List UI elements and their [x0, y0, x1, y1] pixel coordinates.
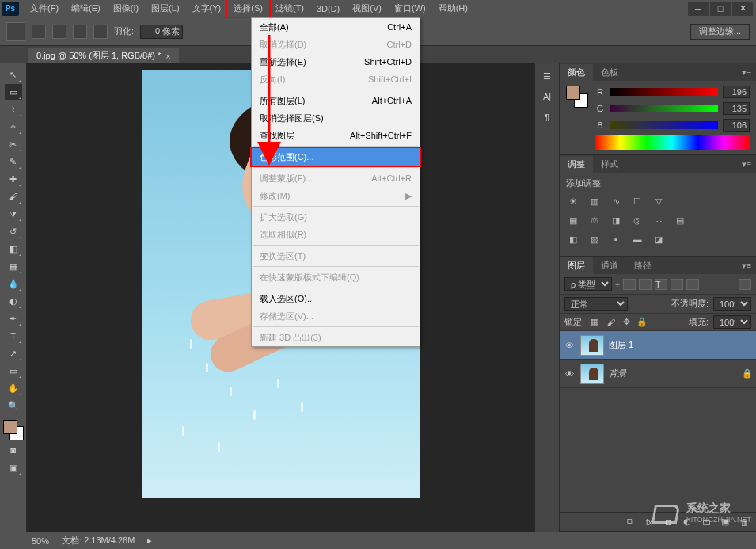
- menu-file[interactable]: 文件(F): [24, 0, 65, 17]
- eyedropper-tool[interactable]: ✎: [5, 154, 22, 170]
- posterize-icon[interactable]: ▨: [587, 232, 602, 246]
- menu-help[interactable]: 帮助(H): [432, 0, 474, 17]
- refine-edge-button[interactable]: 调整边缘...: [690, 24, 750, 40]
- close-tab-icon[interactable]: ×: [165, 51, 170, 61]
- heal-tool[interactable]: ✚: [5, 171, 22, 187]
- panel-menu-icon[interactable]: ▾≡: [737, 159, 756, 170]
- invert-icon[interactable]: ◧: [566, 232, 580, 246]
- panel-menu-icon[interactable]: ▾≡: [737, 67, 756, 78]
- link-icon[interactable]: ⧉: [625, 517, 636, 528]
- lock-pos-icon[interactable]: ✥: [621, 317, 632, 328]
- b-input[interactable]: [723, 119, 750, 132]
- tab-channels[interactable]: 通道: [593, 257, 626, 274]
- close-button[interactable]: ✕: [732, 2, 753, 16]
- move-tool[interactable]: ↖: [5, 67, 22, 82]
- doc-info[interactable]: 文档: 2.13M/4.26M: [62, 535, 135, 547]
- history-brush-tool[interactable]: ↺: [5, 223, 22, 239]
- g-slider[interactable]: [610, 105, 718, 112]
- menu-type[interactable]: 文字(Y): [186, 0, 228, 17]
- marquee-int-icon[interactable]: [93, 25, 108, 39]
- lookup-icon[interactable]: ▤: [673, 213, 687, 227]
- colorbal-icon[interactable]: ⚖: [587, 213, 602, 227]
- vibrance-icon[interactable]: ▽: [652, 194, 666, 208]
- feather-input[interactable]: [140, 25, 183, 39]
- visibility-icon[interactable]: 👁: [563, 369, 576, 379]
- gradient-tool[interactable]: ▦: [5, 258, 22, 274]
- tab-layers[interactable]: 图层: [560, 257, 593, 274]
- filter-shape-icon[interactable]: [671, 279, 683, 290]
- menu-image[interactable]: 图像(I): [107, 0, 145, 17]
- visibility-icon[interactable]: 👁: [563, 341, 576, 350]
- filter-toggle[interactable]: [739, 279, 751, 290]
- photofilter-icon[interactable]: ◎: [630, 213, 644, 227]
- wand-tool[interactable]: ✧: [5, 119, 22, 135]
- filter-type-icon[interactable]: T: [655, 279, 667, 290]
- layer-name[interactable]: 背景: [609, 368, 737, 379]
- layer-thumb[interactable]: [580, 335, 604, 356]
- marquee-sub-icon[interactable]: [73, 25, 87, 39]
- panel-menu-icon[interactable]: ▾≡: [737, 261, 756, 271]
- menu-item-A[interactable]: 全部(A)Ctrl+A: [252, 18, 420, 36]
- tab-swatches[interactable]: 色板: [593, 64, 626, 81]
- bw-icon[interactable]: ◨: [609, 213, 623, 227]
- filter-pixel-icon[interactable]: [623, 279, 636, 290]
- layer-item-1[interactable]: 👁 图层 1: [560, 331, 756, 360]
- lasso-tool[interactable]: ⌇: [5, 101, 22, 117]
- r-input[interactable]: [723, 86, 750, 98]
- menu-item-C[interactable]: 色彩范围(C)...: [252, 148, 420, 166]
- exposure-icon[interactable]: ☐: [630, 194, 644, 208]
- quickmask-tool[interactable]: ◙: [5, 442, 22, 458]
- color-swatches[interactable]: [3, 420, 24, 440]
- layer-thumb[interactable]: [580, 364, 604, 384]
- stamp-tool[interactable]: ⧩: [5, 206, 22, 222]
- menu-select[interactable]: 选择(S): [227, 0, 269, 17]
- history-panel-icon[interactable]: ☰: [539, 68, 555, 84]
- tab-paths[interactable]: 路径: [626, 257, 659, 274]
- tab-color[interactable]: 颜色: [560, 64, 593, 81]
- lock-pixel-icon[interactable]: 🖌: [605, 317, 616, 328]
- color-fgbg[interactable]: [566, 86, 588, 108]
- layer-name[interactable]: 图层 1: [609, 339, 753, 351]
- fill-select[interactable]: 100%: [713, 315, 751, 329]
- menu-item-[interactable]: 查找图层Alt+Shift+Ctrl+F: [252, 127, 420, 144]
- menu-window[interactable]: 窗口(W): [388, 0, 432, 17]
- dodge-tool[interactable]: ◐: [5, 293, 22, 309]
- maximize-button[interactable]: □: [710, 2, 731, 16]
- eraser-tool[interactable]: ◧: [5, 241, 22, 257]
- current-tool-icon[interactable]: [6, 22, 25, 41]
- paragraph-panel-icon[interactable]: ¶: [539, 109, 555, 125]
- g-input[interactable]: [723, 102, 750, 115]
- brush-tool[interactable]: 🖌: [5, 189, 22, 204]
- layer-item-bg[interactable]: 👁 背景 🔒: [560, 360, 756, 388]
- filter-adjust-icon[interactable]: [639, 279, 652, 290]
- pen-tool[interactable]: ✒: [5, 311, 22, 326]
- crop-tool[interactable]: ✂: [5, 136, 22, 152]
- menu-edit[interactable]: 编辑(E): [65, 0, 107, 17]
- levels-icon[interactable]: ▥: [587, 194, 602, 208]
- path-select-tool[interactable]: ↗: [5, 345, 22, 361]
- menu-filter[interactable]: 滤镜(T): [269, 0, 310, 17]
- menu-item-L[interactable]: 所有图层(L)Alt+Ctrl+A: [252, 92, 420, 109]
- doc-info-arrow[interactable]: ▸: [147, 536, 152, 546]
- threshold-icon[interactable]: ▪: [609, 232, 623, 246]
- menu-layer[interactable]: 图层(L): [145, 0, 185, 17]
- curves-icon[interactable]: ∿: [609, 194, 623, 208]
- spectrum-bar[interactable]: [595, 135, 750, 150]
- shape-tool[interactable]: ▭: [5, 363, 22, 379]
- gradmap-icon[interactable]: ▬: [630, 232, 644, 246]
- layer-filter-type[interactable]: ρ 类型: [564, 277, 612, 291]
- marquee-add-icon[interactable]: [52, 25, 66, 39]
- chanmix-icon[interactable]: ∴: [652, 213, 666, 227]
- minimize-button[interactable]: ─: [688, 2, 709, 16]
- type-tool[interactable]: T: [5, 328, 22, 344]
- marquee-tool[interactable]: ▭: [5, 84, 22, 100]
- b-slider[interactable]: [610, 121, 718, 129]
- zoom-tool[interactable]: 🔍: [5, 398, 22, 414]
- menu-3d[interactable]: 3D(D): [310, 2, 346, 16]
- brightness-icon[interactable]: ☀: [566, 194, 580, 208]
- r-slider[interactable]: [610, 88, 718, 96]
- hand-tool[interactable]: ✋: [5, 380, 22, 396]
- menu-item-O[interactable]: 载入选区(O)...: [252, 290, 420, 307]
- lock-all-icon[interactable]: 🔒: [636, 317, 648, 328]
- screen-mode-tool[interactable]: ▣: [5, 459, 22, 475]
